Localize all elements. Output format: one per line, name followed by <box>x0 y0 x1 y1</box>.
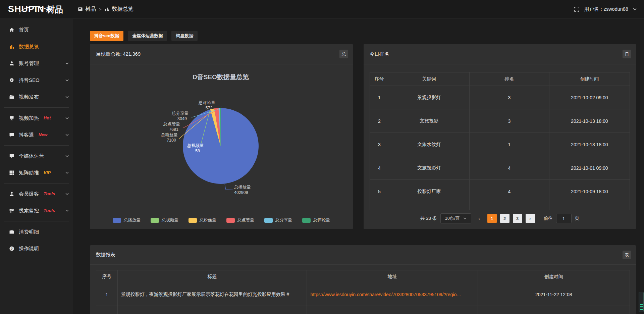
sidebar-item-monitor[interactable]: 全媒体运营 <box>0 148 73 164</box>
topbar-right: 用户名：zswodun88 <box>574 6 644 12</box>
legend-item-总分享量[interactable]: 总分享量 <box>264 217 292 223</box>
chevron-down-icon <box>65 210 69 212</box>
sidebar-item-label: 抖音SEO <box>19 77 40 84</box>
main-content: 抖音seo数据全媒体运营数据询盘数据 展现量总数: 421,369 总 D音SE… <box>73 19 644 314</box>
panel-ranking: 今日排名 日 序号关键词排名创建时间1景观投影灯32021-10-02 09:0… <box>364 44 636 229</box>
table-cell: 2021-11-22 12:08 <box>478 283 630 306</box>
report-table: 序号标题地址创建时间1景观投影灯，夜游景观投影灯厂家展示展示落花灯在花园里的灯光… <box>96 270 630 314</box>
legend-swatch <box>302 218 311 223</box>
sidebar-item-label: 抖客通 <box>19 132 34 138</box>
person-icon <box>9 191 14 197</box>
table-cell: 2 <box>370 109 389 133</box>
table-cell: 3 <box>370 133 389 156</box>
tab-询盘数据[interactable]: 询盘数据 <box>171 31 198 41</box>
legend-item-总点赞量[interactable]: 总点赞量 <box>226 217 254 223</box>
tab-全媒体运营数据[interactable]: 全媒体运营数据 <box>128 31 167 41</box>
fullscreen-icon[interactable] <box>574 6 580 12</box>
table-cell: 文旅投影 <box>389 109 469 133</box>
sidebar-item-heat[interactable]: 视频加热Hot <box>0 110 73 126</box>
table-cell: 文旅水纹灯 <box>389 133 469 156</box>
sidebar-menu: 首页数据总览账号管理抖音SEO视频发布视频加热Hot抖客通New全媒体运营矩阵助… <box>0 21 73 257</box>
sidebar-item-wallet[interactable]: 消费明细 <box>0 223 73 240</box>
pie-label-line-总播放量 <box>225 184 233 190</box>
wallet-icon <box>9 229 14 234</box>
legend-item-总评论量[interactable]: 总评论量 <box>302 217 330 223</box>
pie-label-总粉丝量: 总粉丝量7100 <box>161 133 178 143</box>
sidebar-item-chat[interactable]: 抖客通New <box>0 126 73 143</box>
sidebar-item-sliders[interactable]: 线索监控Tools <box>0 202 73 219</box>
column-header: 排名 <box>469 72 549 86</box>
sidebar-item-badge: VIP <box>44 170 51 175</box>
sidebar-item-user[interactable]: 账号管理 <box>0 55 73 72</box>
breadcrumb: 树品 > 数据总览 <box>78 6 133 13</box>
page-button-1[interactable]: 1 <box>487 214 497 223</box>
sidebar-item-clapper[interactable]: 视频发布 <box>0 89 73 105</box>
column-header: 地址 <box>307 270 478 283</box>
tab-bar: 抖音seo数据全媒体运营数据询盘数据 <box>90 31 198 41</box>
table-row: 5投影灯厂家42021-10-09 18:00 <box>370 180 630 203</box>
panel-overview-header: 展现量总数: 421,369 总 <box>90 44 353 64</box>
next-page-button[interactable]: › <box>526 214 535 223</box>
sidebar-item-person[interactable]: 会员爆客Tools <box>0 186 73 202</box>
home-icon <box>9 27 14 33</box>
sidebar-item-label: 首页 <box>19 27 29 33</box>
table-row: 3文旅水纹灯12021-10-13 18:00 <box>370 133 630 156</box>
breadcrumb-home[interactable]: 树品 <box>85 6 96 13</box>
username[interactable]: 用户名：zswodun88 <box>584 6 628 12</box>
page-size-select[interactable]: 10条/页 <box>440 213 471 223</box>
table-cell <box>370 203 389 210</box>
legend-item-总播放量[interactable]: 总播放量 <box>113 217 141 223</box>
ranking-day-button[interactable]: 日 <box>623 50 631 58</box>
bar-chart-icon <box>9 44 14 49</box>
sidebar-item-badge: Hot <box>44 116 51 120</box>
user-icon <box>9 61 14 66</box>
table-cell: 2021-10-02 09:00 <box>549 86 630 109</box>
table-cell <box>117 306 307 314</box>
legend-label: 总评论量 <box>313 217 330 223</box>
sidebar-item-bar-chart[interactable]: 数据总览 <box>0 38 73 55</box>
app-square-icon <box>78 7 83 12</box>
chevron-down-icon <box>65 134 69 136</box>
sidebar-item-label: 数据总览 <box>19 44 39 50</box>
legend-item-总视频量[interactable]: 总视频量 <box>151 217 178 223</box>
pie-chart-svg[interactable]: D音SEO数据量总览总播放量402909总视频量58总粉丝量7100总点赞量76… <box>90 64 353 229</box>
legend-label: 总分享量 <box>275 217 292 223</box>
sidebar-item-label: 操作说明 <box>19 246 39 252</box>
sidebar-item-home[interactable]: 首页 <box>0 21 73 38</box>
overview-total-button[interactable]: 总 <box>339 50 348 58</box>
column-header: 创建时间 <box>478 270 630 283</box>
table-row: 1景观投影灯32021-10-02 09:00 <box>370 86 630 109</box>
pagination-total: 共 23 条 <box>420 215 437 221</box>
breadcrumb-current[interactable]: 数据总览 <box>112 6 133 13</box>
pagination: 共 23 条 10条/页 ‹ 123 › 前往 1 页 <box>364 212 636 224</box>
logo[interactable]: SHUPIN 树品 <box>0 5 73 14</box>
legend-item-总粉丝量[interactable]: 总粉丝量 <box>189 217 216 223</box>
table-cell: 4 <box>469 180 549 203</box>
chevron-down-icon[interactable] <box>633 8 637 10</box>
panel-ranking-header: 今日排名 日 <box>364 44 636 64</box>
panel-report-header: 数据报表 表 <box>90 245 636 265</box>
table-row: 2文旅投影32021-10-13 18:00 <box>370 109 630 133</box>
bar-chart-icon <box>105 7 110 12</box>
tab-抖音seo数据[interactable]: 抖音seo数据 <box>90 31 123 41</box>
floating-widget[interactable] <box>639 292 644 312</box>
sidebar: 首页数据总览账号管理抖音SEO视频发布视频加热Hot抖客通New全媒体运营矩阵助… <box>0 19 73 314</box>
prev-page-button[interactable]: ‹ <box>475 214 484 223</box>
table-cell: 景观投影灯 <box>389 86 469 109</box>
goto-page-input[interactable]: 1 <box>556 214 572 223</box>
report-link-cell: https://www.iesdouyin.com/share/video/70… <box>307 283 478 306</box>
legend-swatch <box>189 218 197 223</box>
chart-title: D音SEO数据量总览 <box>193 73 249 81</box>
sidebar-item-label: 矩阵助推 <box>19 170 39 176</box>
column-header: 序号 <box>370 72 389 86</box>
report-link[interactable]: https://www.iesdouyin.com/share/video/70… <box>310 292 461 297</box>
sidebar-item-question[interactable]: ?操作说明 <box>0 240 73 257</box>
sidebar-item-grid[interactable]: 矩阵助推VIP <box>0 164 73 181</box>
sidebar-item-gear[interactable]: 抖音SEO <box>0 72 73 89</box>
sidebar-divider <box>4 221 69 221</box>
report-table-button[interactable]: 表 <box>623 251 631 259</box>
page-button-2[interactable]: 2 <box>500 214 509 223</box>
table-cell: 4 <box>469 156 549 180</box>
page-button-3[interactable]: 3 <box>513 214 522 223</box>
table-row: 4文旅投影灯42021-10-01 09:00 <box>370 156 630 180</box>
